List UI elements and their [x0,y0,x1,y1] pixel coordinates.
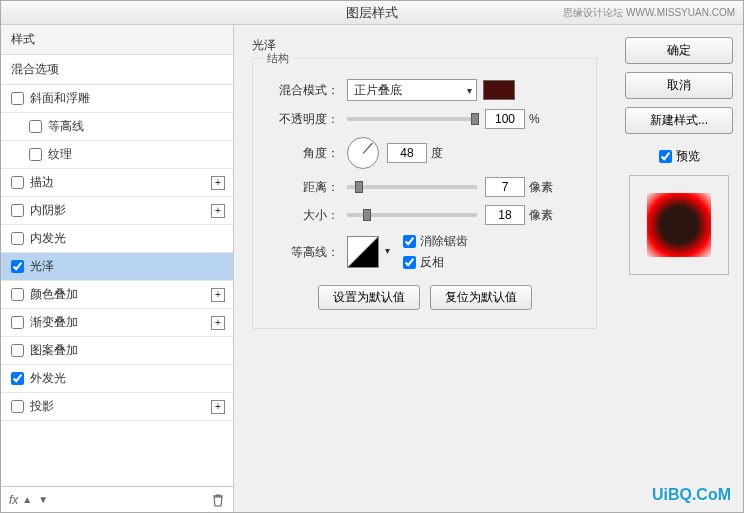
cancel-button[interactable]: 取消 [625,72,733,99]
style-list: 斜面和浮雕等高线纹理描边+内阴影+内发光光泽颜色叠加+渐变叠加+图案叠加外发光投… [1,85,233,486]
add-effect-icon[interactable]: + [211,176,225,190]
dialog-title: 图层样式 [346,5,398,20]
style-item-9[interactable]: 图案叠加 [1,337,233,365]
invert-label: 反相 [420,254,444,271]
add-effect-icon[interactable]: + [211,288,225,302]
angle-dial[interactable] [347,137,379,169]
dialog-title-bar: 图层样式 思缘设计论坛 WWW.MISSYUAN.COM [1,1,743,25]
style-checkbox[interactable] [11,92,24,105]
style-item-label: 外发光 [30,370,66,387]
size-slider[interactable] [347,213,477,217]
distance-input[interactable] [485,177,525,197]
preview-swatch [647,193,711,257]
blend-mode-value: 正片叠底 [354,82,402,99]
opacity-label: 不透明度： [269,111,339,128]
reset-default-button[interactable]: 复位为默认值 [430,285,532,310]
ok-button[interactable]: 确定 [625,37,733,64]
style-item-label: 投影 [30,398,54,415]
structure-fieldset: 结构 混合模式： 正片叠底 不透明度： % 角度： [252,58,597,329]
style-item-label: 颜色叠加 [30,286,78,303]
style-item-4[interactable]: 内阴影+ [1,197,233,225]
style-item-10[interactable]: 外发光 [1,365,233,393]
size-input[interactable] [485,205,525,225]
invert-check-input[interactable] [403,256,416,269]
add-effect-icon[interactable]: + [211,400,225,414]
style-item-3[interactable]: 描边+ [1,169,233,197]
style-checkbox[interactable] [11,288,24,301]
size-label: 大小： [269,207,339,224]
style-item-label: 图案叠加 [30,342,78,359]
style-item-label: 内阴影 [30,202,66,219]
style-item-1[interactable]: 等高线 [1,113,233,141]
style-item-label: 光泽 [30,258,54,275]
antialias-checkbox[interactable]: 消除锯齿 [403,233,468,250]
antialias-check-input[interactable] [403,235,416,248]
style-item-8[interactable]: 渐变叠加+ [1,309,233,337]
fieldset-legend: 结构 [263,51,293,66]
style-checkbox[interactable] [11,260,24,273]
angle-label: 角度： [269,145,339,162]
style-checkbox[interactable] [11,316,24,329]
preview-box [629,175,729,275]
fx-icon[interactable]: fx [9,493,18,507]
styles-header[interactable]: 样式 [1,25,233,55]
distance-label: 距离： [269,179,339,196]
new-style-button[interactable]: 新建样式... [625,107,733,134]
style-item-label: 内发光 [30,230,66,247]
blend-options-header[interactable]: 混合选项 [1,55,233,85]
set-default-button[interactable]: 设置为默认值 [318,285,420,310]
style-checkbox[interactable] [11,204,24,217]
style-checkbox[interactable] [11,372,24,385]
bottom-watermark: UiBQ.CoM [652,486,731,504]
arrow-up-icon[interactable]: ▲ [22,494,32,505]
invert-checkbox[interactable]: 反相 [403,254,468,271]
contour-picker[interactable] [347,236,379,268]
opacity-slider[interactable] [347,117,477,121]
blend-mode-select[interactable]: 正片叠底 [347,79,477,101]
style-item-label: 渐变叠加 [30,314,78,331]
antialias-label: 消除锯齿 [420,233,468,250]
style-item-label: 斜面和浮雕 [30,90,90,107]
add-effect-icon[interactable]: + [211,204,225,218]
watermark-top: 思缘设计论坛 WWW.MISSYUAN.COM [563,1,735,25]
style-item-11[interactable]: 投影+ [1,393,233,421]
color-swatch[interactable] [483,80,515,100]
style-item-5[interactable]: 内发光 [1,225,233,253]
action-panel: 确定 取消 新建样式... 预览 [615,25,743,512]
style-item-6[interactable]: 光泽 [1,253,233,281]
add-effect-icon[interactable]: + [211,316,225,330]
settings-panel: 光泽 结构 混合模式： 正片叠底 不透明度： % 角度： [234,25,615,512]
style-checkbox[interactable] [11,232,24,245]
styles-panel: 样式 混合选项 斜面和浮雕等高线纹理描边+内阴影+内发光光泽颜色叠加+渐变叠加+… [1,25,234,512]
trash-icon[interactable] [211,493,225,507]
size-unit: 像素 [529,207,553,224]
blend-mode-label: 混合模式： [269,82,339,99]
distance-slider[interactable] [347,185,477,189]
style-item-label: 纹理 [48,146,72,163]
arrow-down-icon[interactable]: ▼ [38,494,48,505]
opacity-unit: % [529,112,540,126]
distance-unit: 像素 [529,179,553,196]
preview-label: 预览 [676,148,700,165]
style-item-7[interactable]: 颜色叠加+ [1,281,233,309]
panel-title: 光泽 [252,37,597,54]
style-item-label: 等高线 [48,118,84,135]
style-checkbox[interactable] [29,148,42,161]
styles-footer: fx ▲ ▼ [1,486,233,512]
style-checkbox[interactable] [11,176,24,189]
angle-input[interactable] [387,143,427,163]
style-checkbox[interactable] [11,400,24,413]
preview-checkbox[interactable]: 预览 [659,148,700,165]
angle-unit: 度 [431,145,443,162]
preview-check-input[interactable] [659,150,672,163]
style-item-label: 描边 [30,174,54,191]
opacity-input[interactable] [485,109,525,129]
style-checkbox[interactable] [11,344,24,357]
style-item-0[interactable]: 斜面和浮雕 [1,85,233,113]
style-item-2[interactable]: 纹理 [1,141,233,169]
style-checkbox[interactable] [29,120,42,133]
contour-label: 等高线： [269,244,339,261]
